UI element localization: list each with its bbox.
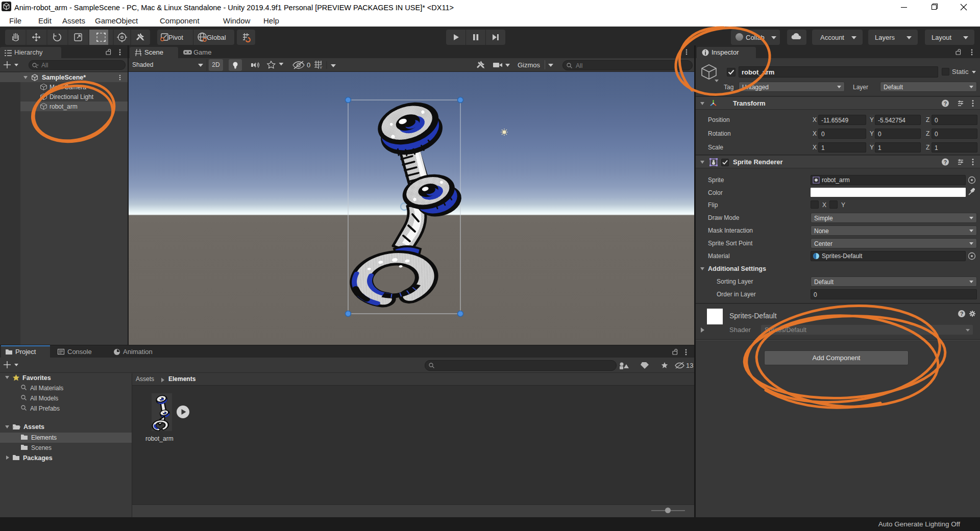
- svg-text:13: 13: [686, 362, 693, 369]
- svg-text:?: ?: [944, 101, 947, 107]
- svg-text:Y: Y: [320, 65, 323, 70]
- svg-text:?: ?: [960, 311, 963, 317]
- svg-text:?: ?: [944, 160, 947, 165]
- svg-text:0: 0: [307, 61, 310, 69]
